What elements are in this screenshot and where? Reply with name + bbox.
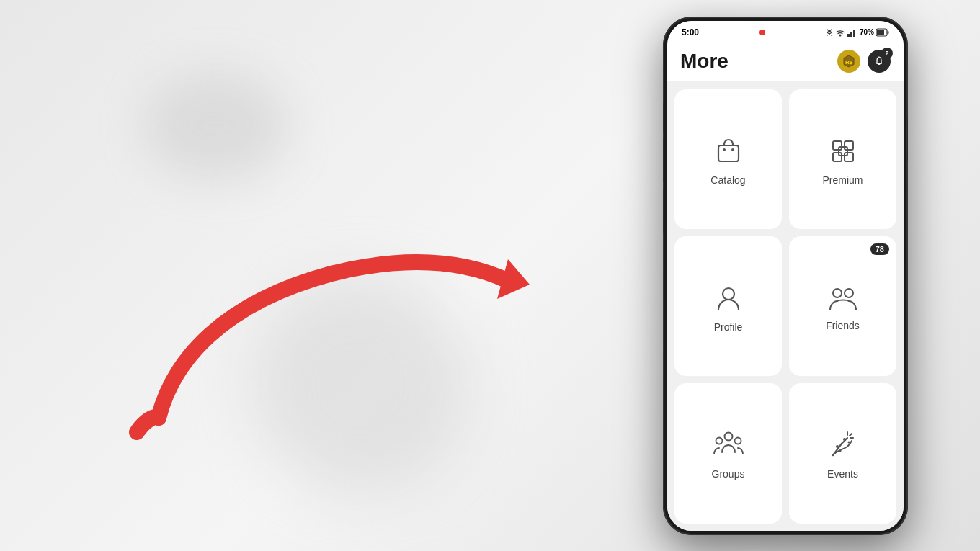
signal-icon [847,28,858,37]
svg-rect-2 [847,34,850,37]
phone-screen: 5:00 [667,21,904,531]
premium-label: Premium [822,174,863,186]
menu-item-events[interactable]: Events [789,383,896,523]
battery-percent: 70% [860,28,874,36]
robux-icon[interactable]: R$ [837,50,860,73]
svg-rect-16 [845,141,853,150]
status-dot-container [760,30,765,35]
shopping-bag-icon [713,135,744,167]
svg-point-30 [843,438,846,441]
bg-blur-2 [144,72,288,180]
svg-rect-17 [833,153,842,161]
friends-icon [827,284,860,313]
svg-text:R$: R$ [845,59,853,66]
battery-icon [876,28,889,37]
svg-rect-7 [887,31,888,34]
menu-item-friends[interactable]: 78 Friends [789,236,896,376]
profile-label: Profile [714,321,743,333]
svg-point-25 [734,438,741,444]
volume-down-button [663,189,664,233]
menu-item-groups[interactable]: Groups [674,383,782,523]
volume-up-button [663,139,664,182]
notification-bell[interactable]: 2 [868,50,891,73]
svg-rect-6 [877,30,884,35]
svg-rect-11 [876,63,882,64]
notif-badge: 2 [881,48,893,59]
svg-marker-0 [497,259,530,299]
svg-rect-19 [839,147,847,156]
recording-indicator [760,30,765,35]
svg-rect-4 [853,30,855,37]
events-icon [827,429,859,461]
header-icons: R$ 2 [837,50,891,73]
phone-body: 5:00 [663,17,908,535]
svg-point-29 [836,445,839,448]
menu-item-premium[interactable]: Premium [789,89,896,229]
svg-point-1 [839,34,841,36]
menu-grid: Catalog Premium [667,82,904,531]
svg-rect-12 [718,145,739,161]
bluetooth-icon [826,27,833,37]
person-icon [713,282,744,314]
svg-rect-15 [833,141,842,150]
mute-button [663,103,664,132]
power-button [907,117,908,161]
groups-label: Groups [712,468,745,480]
app-header: More R$ [667,41,904,82]
friends-badge: 78 [870,243,889,255]
svg-point-20 [723,288,734,300]
bg-blur-1 [252,277,468,493]
svg-point-22 [845,289,853,297]
hexagon-icon: R$ [842,55,855,68]
svg-rect-18 [845,153,853,161]
svg-point-14 [731,148,734,151]
svg-point-24 [716,438,722,444]
status-time: 5:00 [682,27,699,37]
events-label: Events [827,468,858,480]
svg-point-13 [723,148,726,151]
app-title: More [680,50,729,73]
svg-point-23 [724,433,732,441]
wifi-icon [835,28,845,37]
status-bar: 5:00 [667,21,904,41]
premium-icon [827,135,859,167]
menu-item-profile[interactable]: Profile [674,236,782,376]
svg-point-21 [833,289,842,297]
friends-label: Friends [826,320,860,331]
svg-rect-3 [850,32,852,37]
catalog-label: Catalog [710,174,745,186]
menu-item-catalog[interactable]: Catalog [674,89,782,229]
svg-line-28 [850,434,852,436]
status-icons: 70% [826,27,889,37]
groups-icon [712,429,745,461]
phone-wrapper: 5:00 [627,0,944,551]
